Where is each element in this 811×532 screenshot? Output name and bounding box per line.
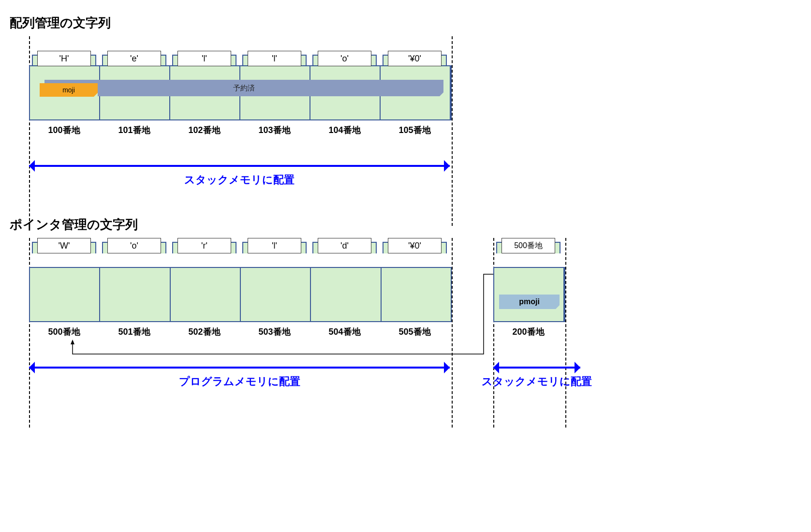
- ptr-value-box: 500番地: [501, 238, 555, 253]
- ptr-char-5: '¥0': [388, 238, 442, 253]
- reserved-bar: 予約済: [44, 80, 443, 96]
- array-char-4: 'o': [318, 51, 371, 66]
- array-char-3: 'l': [248, 51, 301, 66]
- section1-title: 配列管理の文字列: [10, 15, 801, 31]
- ptr-char-2: 'r': [177, 238, 231, 253]
- pointer-diagram: 'W' 'o' 'r' 'l' 'd' '¥0' 500番地 501番地 502…: [29, 252, 609, 389]
- literal-memory-block: [29, 267, 452, 322]
- ptr-char-1: 'o': [107, 238, 161, 253]
- pmoji-var-tag: pmoji: [499, 295, 560, 309]
- array-range-arrow: [29, 165, 450, 167]
- array-char-2: 'l': [177, 51, 231, 66]
- array-char-5: '¥0': [388, 51, 442, 66]
- ptr-char-3: 'l': [248, 238, 301, 253]
- ptr-char-0: 'W': [37, 238, 91, 253]
- ptr-range-arrow: [493, 367, 580, 369]
- array-memory-block: 予約済 moji: [29, 65, 452, 120]
- literal-range-arrow: [29, 367, 450, 369]
- ptr-memory-block: pmoji: [493, 267, 565, 322]
- array-char-1: 'e': [107, 51, 161, 66]
- array-char-0: 'H': [37, 51, 91, 66]
- ptr-char-4: 'd': [318, 238, 371, 253]
- array-diagram: 'H' 'e' 'l' 'l' 'o' '¥0' 予約済 moji 100番地 …: [29, 51, 459, 187]
- moji-var-tag: moji: [40, 83, 98, 97]
